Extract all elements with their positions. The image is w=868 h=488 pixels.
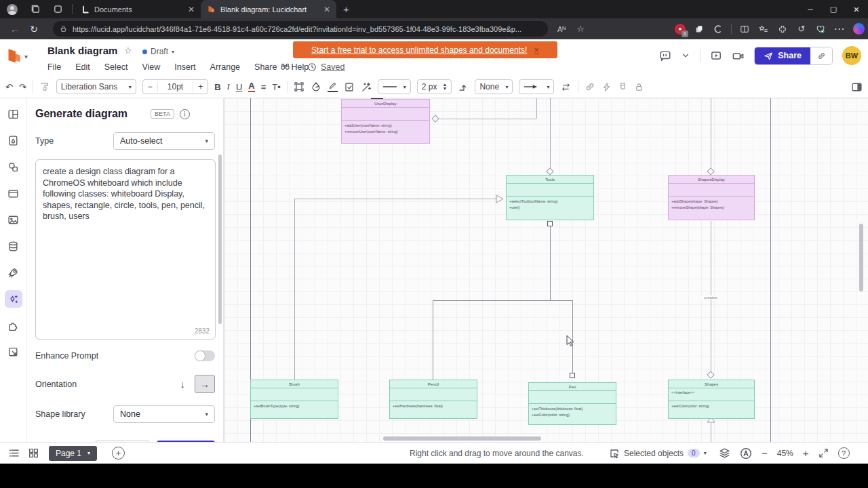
lucidchart-logo[interactable] (5, 47, 22, 64)
menu-share[interactable]: Share (254, 62, 277, 72)
font-size-increase[interactable]: + (193, 82, 208, 92)
header-chevron-down-icon[interactable] (681, 51, 690, 60)
browser-essentials-icon[interactable] (811, 24, 830, 34)
rail-data-icon[interactable] (5, 237, 22, 255)
comments-icon[interactable] (659, 49, 671, 62)
uml-class-brush[interactable]: Brush +setBrushType(type: string) (250, 380, 338, 419)
line-width-stepper[interactable]: 2 px▲▼ (417, 79, 452, 94)
rail-panels-icon[interactable] (5, 105, 22, 123)
vertical-tabs-icon[interactable] (53, 4, 63, 14)
zoom-out-icon[interactable]: − (762, 447, 768, 459)
share-button[interactable]: Share (755, 47, 810, 64)
rail-shapes-icon[interactable] (5, 158, 22, 176)
window-minimize-button[interactable]: – (799, 0, 822, 18)
connector[interactable] (711, 98, 711, 169)
connector[interactable] (294, 199, 295, 380)
doc-status[interactable]: Draft▾ (142, 47, 174, 56)
hyperlink-icon[interactable] (585, 81, 595, 92)
menu-view[interactable]: View (142, 62, 160, 72)
rail-window-icon[interactable] (5, 184, 22, 202)
frame-icon[interactable] (294, 81, 304, 92)
copy-link-button[interactable] (810, 47, 832, 64)
selected-objects-control[interactable]: Selected objects 0 ▾ (609, 448, 707, 459)
favorite-star-icon[interactable]: ☆ (571, 24, 590, 34)
menu-help[interactable]: Help (291, 62, 309, 72)
align-icon[interactable]: ≡ (261, 82, 267, 92)
uml-class-pencil[interactable]: Pencil +setHardness(hardness: float) (389, 380, 477, 419)
document-title[interactable]: Blank diagram (47, 45, 117, 56)
logo-chevron-icon[interactable]: ▾ (24, 53, 28, 60)
redo-icon[interactable]: ↷ (19, 82, 26, 92)
window-close-button[interactable]: × (845, 0, 868, 18)
rail-integrations-icon[interactable] (5, 317, 22, 334)
zoom-level[interactable]: 45% (777, 449, 793, 458)
tab-close-icon[interactable]: ✕ (323, 5, 330, 14)
underline-button[interactable]: U (236, 82, 242, 92)
font-family-select[interactable]: Liberation Sans▾ (56, 79, 136, 94)
text-options-icon[interactable]: T• (272, 82, 281, 92)
user-avatar[interactable]: BW (842, 46, 861, 65)
type-select[interactable]: Auto-select▾ (113, 132, 215, 150)
page-grid-icon[interactable] (28, 447, 39, 459)
tab-lucidchart[interactable]: Blank diagram: Lucidchart ✕ (201, 0, 336, 18)
orientation-right-button[interactable]: → (195, 375, 215, 393)
orientation-down-button[interactable]: ↓ (180, 378, 186, 390)
split-screen-icon[interactable] (735, 24, 754, 34)
extension-c-icon[interactable] (709, 24, 728, 34)
font-size-decrease[interactable]: − (143, 82, 158, 92)
connector[interactable] (294, 199, 496, 199)
italic-button[interactable]: I (227, 81, 230, 92)
rail-import-icon[interactable] (5, 343, 22, 361)
trial-banner[interactable]: Start a free trial to access unlimited s… (293, 41, 557, 58)
line-color-icon[interactable] (328, 81, 338, 92)
menu-file[interactable]: File (47, 62, 61, 72)
enhance-prompt-toggle[interactable] (195, 350, 215, 361)
accessibility-icon[interactable] (740, 447, 752, 460)
refresh-icon[interactable]: ↻ (24, 24, 43, 35)
tab-documents[interactable]: Documents ✕ (75, 0, 201, 18)
connector-endpoint-handle[interactable] (570, 373, 575, 378)
edge-label[interactable]: creates (696, 296, 726, 300)
right-panel-toggle-icon[interactable] (851, 81, 863, 93)
save-status[interactable]: Saved (307, 62, 344, 72)
diagram-canvas[interactable]: creates UserDisplay +addUser(userName: s… (224, 98, 868, 442)
add-page-icon[interactable]: + (112, 447, 125, 460)
back-icon[interactable]: ← (5, 23, 24, 35)
tab-close-icon[interactable]: ✕ (188, 5, 195, 14)
format-painter-icon[interactable] (39, 81, 50, 92)
arrowhead-select[interactable]: ▾ (519, 79, 554, 94)
horizontal-scrollbar[interactable] (383, 436, 541, 441)
panel-scrollbar[interactable] (218, 155, 222, 324)
uml-class-tools[interactable]: Tools +selectTool(toolName: string)+use(… (506, 175, 594, 220)
workspaces-icon[interactable] (31, 4, 41, 14)
more-options-icon[interactable]: ⋯ (830, 22, 849, 35)
find-binoculars-icon[interactable] (279, 61, 291, 71)
uml-class-userdisplay[interactable]: UserDisplay +addUser(userName: string)+r… (341, 99, 430, 144)
info-icon[interactable]: i (180, 109, 190, 119)
extension-badge-icon[interactable]: ●1 (671, 24, 690, 35)
menu-select[interactable]: Select (104, 62, 128, 72)
selected-connector[interactable] (550, 224, 551, 300)
present-icon[interactable] (710, 49, 722, 62)
uml-class-pen[interactable]: Pen +setThickness(thickness: float)+setC… (528, 382, 616, 425)
bold-button[interactable]: B (214, 82, 220, 92)
banner-text[interactable]: Start a free trial to access unlimited s… (311, 45, 527, 55)
prompt-textarea[interactable]: create a design class diagram for a Chro… (35, 159, 216, 340)
line-endpoint-none-select[interactable]: None▾ (475, 79, 513, 94)
extensions-puzzle-icon[interactable] (773, 24, 792, 34)
undo-icon[interactable]: ↶ (5, 82, 13, 92)
favorite-doc-star-icon[interactable]: ☆ (124, 45, 132, 56)
read-aloud-icon[interactable]: Aᴺ (552, 25, 571, 33)
swap-arrows-icon[interactable] (560, 82, 572, 92)
uml-class-shapes[interactable]: Shapes <<interface>> +setColor(color: st… (668, 380, 755, 419)
history-icon[interactable]: ↺ (792, 24, 811, 34)
rail-image-icon[interactable] (5, 211, 22, 228)
font-size-value[interactable]: 10pt (162, 82, 189, 92)
banner-close-icon[interactable]: × (534, 45, 539, 55)
extension-pages-icon[interactable] (690, 24, 709, 34)
help-icon[interactable]: ? (838, 447, 850, 459)
actions-lightning-icon[interactable] (601, 82, 612, 92)
copilot-icon[interactable] (849, 23, 868, 35)
shape-library-select[interactable]: None▾ (113, 405, 215, 423)
shape-options-icon[interactable] (344, 81, 355, 92)
